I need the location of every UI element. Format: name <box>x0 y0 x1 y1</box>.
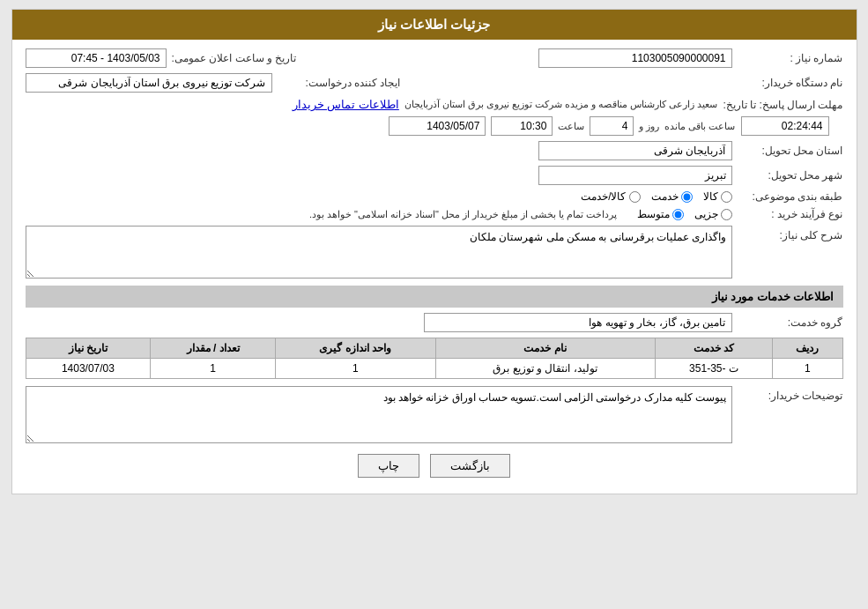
general-desc-row: شرح کلی نیاز: واگذاری عملیات برقرسانی به… <box>26 226 843 279</box>
print-button[interactable]: چاپ <box>358 454 419 478</box>
buttons-area: بازگشت چاپ <box>26 454 843 478</box>
cell-count: 1 <box>151 359 276 379</box>
category-radio-group: کالا خدمت کالا/خدمت <box>581 190 731 203</box>
delivery-city-label: شهر محل تحویل: <box>738 169 843 182</box>
delivery-city-input[interactable] <box>538 166 732 185</box>
category-khadamat-label: خدمت <box>651 190 679 203</box>
delivery-province-label: استان محل تحویل: <box>738 145 843 157</box>
category-khadamat-radio[interactable] <box>681 191 693 203</box>
table-header: ردیف کد خدمت نام خدمت واحد اندازه گیری ت… <box>26 338 842 359</box>
service-group-row: گروه خدمت: <box>26 313 843 332</box>
col-service-name: نام خدمت <box>435 338 655 359</box>
category-label: طبقه بندی موضوعی: <box>738 190 843 203</box>
col-service-code: کد خدمت <box>655 338 773 359</box>
process-radio-group: جزیی متوسط <box>637 208 732 220</box>
time-label: ساعت <box>558 121 584 132</box>
category-kala-khadamat-option[interactable]: کالا/خدمت <box>581 190 640 203</box>
creator-input[interactable] <box>26 73 272 93</box>
process-jozi-option[interactable]: جزیی <box>694 208 732 220</box>
need-number-input[interactable] <box>538 48 732 68</box>
col-unit: واحد اندازه گیری <box>276 338 436 359</box>
cell-unit: 1 <box>276 359 436 379</box>
table-body: 1 ت -35-351 تولید، انتقال و توزیع برق 1 … <box>26 359 842 379</box>
process-jozi-label: جزیی <box>694 208 718 220</box>
contact-row: مهلت ارسال پاسخ: تا تاریخ: سعید زارعی کا… <box>26 98 843 111</box>
cell-date: 1403/07/03 <box>26 359 151 379</box>
service-group-label: گروه خدمت: <box>738 316 843 329</box>
table-row: 1 ت -35-351 تولید، انتقال و توزیع برق 1 … <box>26 359 842 379</box>
delivery-city-row: شهر محل تحویل: <box>26 166 843 185</box>
days-input[interactable] <box>590 116 634 136</box>
table-header-row: ردیف کد خدمت نام خدمت واحد اندازه گیری ت… <box>26 338 842 359</box>
col-date: تاریخ نیاز <box>26 338 151 359</box>
category-row: طبقه بندی موضوعی: کالا خدمت کالا/خدمت <box>26 190 843 203</box>
service-group-input[interactable] <box>424 313 732 332</box>
category-kala-khadamat-radio[interactable] <box>629 191 641 203</box>
process-note: پرداخت تمام یا بخشی از مبلغ خریدار از مح… <box>309 209 618 220</box>
buyer-desc-textarea[interactable]: پیوست کلیه مدارک درخواستی الزامی است.تسو… <box>26 386 732 443</box>
category-kala-label: کالا <box>703 190 718 203</box>
cell-service-name: تولید، انتقال و توزیع برق <box>435 359 655 379</box>
contact-link[interactable]: اطلاعات تماس خریدار <box>293 98 399 111</box>
time-input[interactable] <box>491 116 553 136</box>
services-table: ردیف کد خدمت نام خدمت واحد اندازه گیری ت… <box>26 338 843 379</box>
buyer-desc-label: توضیحات خریدار: <box>738 386 843 402</box>
category-kala-option[interactable]: کالا <box>703 190 732 203</box>
need-number-label: شماره نیاز : <box>738 52 843 64</box>
date-label: تاریخ و ساعت اعلان عمومی: <box>172 52 297 64</box>
general-desc-textarea[interactable]: واگذاری عملیات برقرسانی به مسکن ملی شهرس… <box>26 226 732 279</box>
category-khadamat-option[interactable]: خدمت <box>651 190 693 203</box>
remaining-label: ساعت باقی مانده <box>664 121 735 132</box>
remaining-input[interactable] <box>741 116 829 136</box>
services-section-header: اطلاعات خدمات مورد نیاز <box>26 286 843 308</box>
process-type-label: نوع فرآیند خرید : <box>738 208 843 220</box>
back-button[interactable]: بازگشت <box>430 454 510 478</box>
general-desc-label: شرح کلی نیاز: <box>738 226 843 241</box>
col-count: تعداد / مقدار <box>151 338 276 359</box>
cell-service-code: ت -35-351 <box>655 359 773 379</box>
process-motavasset-option[interactable]: متوسط <box>637 208 684 220</box>
process-type-row: نوع فرآیند خرید : جزیی متوسط پرداخت تمام… <box>26 208 843 220</box>
main-container: جزئیات اطلاعات نیاز شماره نیاز : تاریخ و… <box>11 9 857 494</box>
cell-row-num: 1 <box>773 359 842 379</box>
need-number-row: شماره نیاز : تاریخ و ساعت اعلان عمومی: <box>26 48 843 68</box>
response-deadline-label: مهلت ارسال پاسخ: تا تاریخ: <box>723 99 842 111</box>
requester-row: نام دستگاه خریدار: ایجاد کننده درخواست: <box>26 73 843 93</box>
process-motavasset-radio[interactable] <box>672 209 684 220</box>
col-row-num: ردیف <box>773 338 842 359</box>
page-title: جزئیات اطلاعات نیاز <box>12 10 857 40</box>
process-jozi-radio[interactable] <box>721 209 732 220</box>
delivery-province-row: استان محل تحویل: <box>26 141 843 160</box>
contact-person-text: سعید زارعی کارشناس مناقصه و مزیده شرکت ت… <box>404 99 718 110</box>
date-input[interactable] <box>26 48 167 68</box>
category-kala-khadamat-label: کالا/خدمت <box>581 190 626 203</box>
date-value-input[interactable] <box>389 116 486 136</box>
buyer-desc-row: توضیحات خریدار: پیوست کلیه مدارک درخواست… <box>26 386 843 443</box>
process-motavasset-label: متوسط <box>637 208 670 220</box>
date-fields-row: ساعت باقی مانده روز و ساعت <box>26 116 843 136</box>
category-kala-radio[interactable] <box>721 191 732 203</box>
delivery-province-input[interactable] <box>538 141 732 160</box>
content-area: شماره نیاز : تاریخ و ساعت اعلان عمومی: ن… <box>12 40 857 494</box>
days-label: روز و <box>639 121 659 132</box>
requester-label: نام دستگاه خریدار: <box>738 77 843 89</box>
creator-label: ایجاد کننده درخواست: <box>278 77 401 89</box>
